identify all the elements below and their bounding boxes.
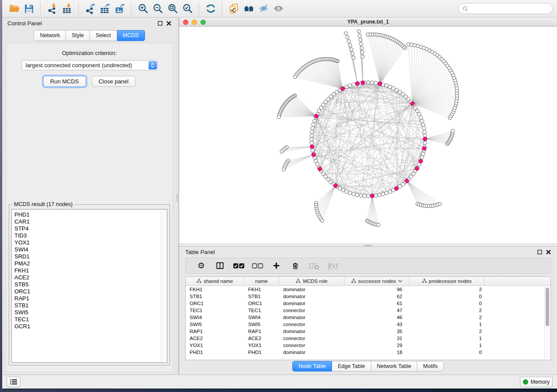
cell-successor-nodes[interactable]: 29 — [345, 342, 409, 349]
memory-button[interactable]: Memory — [520, 377, 553, 387]
export-image-button[interactable] — [112, 2, 127, 15]
hide-selected-button[interactable] — [256, 2, 271, 15]
cell-mcds-role[interactable]: dominator — [279, 328, 345, 335]
mcds-list-item[interactable]: STP4 — [14, 225, 167, 232]
mcds-list-item[interactable]: PMA2 — [14, 260, 167, 267]
cell-successor-nodes[interactable]: 43 — [345, 321, 409, 328]
cell-successor-nodes[interactable]: 96 — [345, 286, 409, 293]
mcds-list-item[interactable]: SWI4 — [14, 246, 167, 253]
cell-mcds-role[interactable]: dominator — [279, 349, 345, 356]
table-row[interactable]: YOX1 YOX1 connector 29 1 — [186, 342, 550, 349]
table-row[interactable]: SWI4 SWI4 dominator 46 2 — [186, 314, 550, 321]
split-panes-button[interactable] — [211, 259, 229, 272]
cell-name[interactable]: TEC1 — [244, 307, 279, 314]
zoom-out-button[interactable] — [150, 2, 165, 15]
cell-successor-nodes[interactable]: 47 — [345, 307, 409, 314]
cell-name[interactable]: STB1 — [244, 293, 279, 300]
cell-predecessor-nodes[interactable]: 1 — [409, 335, 484, 342]
cell-shared-name[interactable]: ORC1 — [186, 300, 244, 307]
cell-shared-name[interactable]: TEC1 — [186, 307, 244, 314]
cell-shared-name[interactable]: SWI5 — [186, 321, 244, 328]
cell-predecessor-nodes[interactable]: 0 — [409, 293, 484, 300]
import-table-button[interactable] — [59, 2, 74, 15]
cell-predecessor-nodes[interactable]: 2 — [409, 314, 484, 321]
mcds-list-item[interactable]: STB5 — [14, 281, 167, 288]
splitter-grip[interactable] — [364, 245, 372, 246]
refresh-button[interactable] — [203, 2, 218, 15]
delete-column-button[interactable] — [286, 259, 304, 272]
cell-name[interactable]: YOX1 — [244, 342, 279, 349]
zoom-selected-button[interactable] — [180, 2, 195, 15]
column-header-mcds-role[interactable]: MCDS role — [279, 277, 345, 285]
mcds-list-item[interactable]: SWI5 — [14, 309, 167, 316]
export-table-button[interactable] — [97, 2, 112, 15]
export-network-button[interactable] — [83, 2, 97, 15]
cell-predecessor-nodes[interactable]: 2 — [409, 328, 484, 335]
cell-mcds-role[interactable]: dominator — [279, 286, 345, 293]
close-panel-icon[interactable] — [166, 21, 171, 26]
cell-name[interactable]: RAP1 — [244, 328, 279, 335]
tab-mcds[interactable]: MCDS — [117, 30, 145, 41]
tab-motifs[interactable]: Motifs — [417, 361, 443, 372]
cell-mcds-role[interactable]: connector — [279, 321, 345, 328]
column-header-shared-name[interactable]: shared name — [186, 277, 244, 285]
float-panel-icon[interactable] — [537, 250, 542, 254]
table-row[interactable]: PHD1 PHD1 dominator 18 0 — [186, 349, 550, 356]
network-canvas[interactable] — [179, 27, 557, 244]
mcds-list-item[interactable]: ORC1 — [14, 288, 167, 295]
select-all-button[interactable] — [229, 259, 248, 272]
cell-shared-name[interactable]: STB1 — [186, 293, 244, 300]
search-field[interactable] — [458, 3, 553, 14]
table-row[interactable]: RAP1 RAP1 dominator 35 2 — [186, 328, 550, 335]
window-minimize-icon[interactable] — [192, 20, 197, 25]
table-row[interactable]: SWI5 SWI5 connector 43 1 — [186, 321, 550, 328]
cell-predecessor-nodes[interactable]: 2 — [409, 286, 484, 293]
close-panel-button[interactable]: Close panel — [92, 76, 136, 87]
cell-predecessor-nodes[interactable]: 2 — [409, 307, 484, 314]
cell-successor-nodes[interactable]: 62 — [345, 293, 409, 300]
first-neighbors-button[interactable] — [241, 2, 256, 15]
cell-shared-name[interactable]: ACE2 — [186, 335, 244, 342]
cell-name[interactable]: PHD1 — [244, 349, 279, 356]
cell-name[interactable]: ACE2 — [244, 335, 279, 342]
table-settings-button[interactable]: ⚙ — [192, 259, 211, 272]
cell-mcds-role[interactable]: connector — [279, 307, 345, 314]
import-network-button[interactable] — [45, 2, 59, 15]
cell-shared-name[interactable]: SWI4 — [186, 314, 244, 321]
cell-successor-nodes[interactable]: 46 — [345, 314, 409, 321]
mcds-list-scrollbar[interactable] — [161, 210, 166, 362]
scrollbar-thumb[interactable] — [546, 288, 549, 326]
cell-predecessor-nodes[interactable]: 1 — [409, 321, 484, 328]
float-panel-icon[interactable] — [158, 21, 163, 26]
run-mcds-button[interactable]: Run MCDS — [43, 76, 86, 87]
tab-network[interactable]: Network — [34, 30, 66, 41]
column-header-predecessor-nodes[interactable]: predecessor nodes — [409, 277, 484, 285]
cell-predecessor-nodes[interactable]: 0 — [409, 300, 484, 307]
mcds-list-item[interactable]: YOX1 — [14, 239, 167, 246]
cell-mcds-role[interactable]: dominator — [279, 314, 345, 321]
table-row[interactable]: FKH1 FKH1 dominator 96 2 — [186, 286, 550, 293]
mcds-list-item[interactable]: RAP1 — [14, 295, 167, 302]
mcds-list-item[interactable]: FKH1 — [14, 267, 167, 274]
cell-successor-nodes[interactable]: 31 — [345, 335, 409, 342]
column-header-name[interactable]: name — [244, 277, 279, 285]
cell-shared-name[interactable]: RAP1 — [186, 328, 244, 335]
cell-successor-nodes[interactable]: 18 — [345, 349, 409, 356]
mcds-list-item[interactable]: GCR1 — [14, 323, 167, 330]
criterion-dropdown[interactable]: largest connected component (undirected) — [21, 60, 158, 70]
add-column-button[interactable] — [267, 259, 286, 272]
window-maximize-icon[interactable] — [201, 20, 206, 25]
delete-table-button[interactable] — [304, 259, 323, 272]
tab-network-table[interactable]: Network Table — [371, 361, 418, 372]
task-history-button[interactable] — [7, 377, 21, 387]
window-close-icon[interactable] — [183, 20, 188, 25]
zoom-fit-button[interactable] — [165, 2, 180, 15]
deselect-all-button[interactable] — [248, 259, 267, 272]
cell-successor-nodes[interactable]: 35 — [345, 328, 409, 335]
cell-shared-name[interactable]: PHD1 — [186, 349, 244, 356]
column-header-successor-nodes[interactable]: successor nodes — [345, 277, 409, 285]
cell-shared-name[interactable]: YOX1 — [186, 342, 244, 349]
tab-edge-table[interactable]: Edge Table — [332, 361, 371, 372]
open-file-button[interactable] — [7, 2, 21, 15]
clone-network-button[interactable] — [226, 2, 241, 15]
